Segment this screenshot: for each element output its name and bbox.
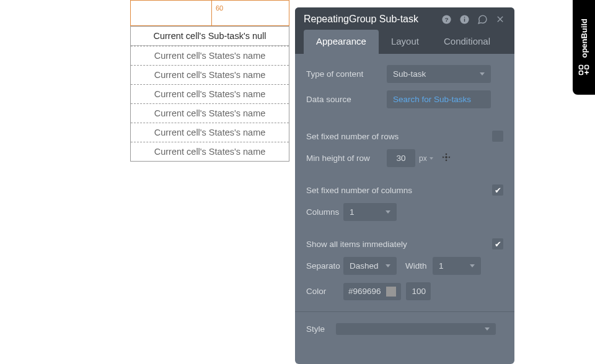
- chevron-down-icon: [386, 210, 390, 214]
- color-label: Color: [306, 287, 343, 296]
- color-hex-value: #969696: [348, 287, 381, 296]
- repeating-group-cell[interactable]: Current cell's States's name: [131, 123, 289, 142]
- show-all-checkbox[interactable]: [492, 238, 503, 249]
- repeating-group-first-cell[interactable]: Current cell's Sub-task's null: [131, 27, 289, 46]
- close-icon[interactable]: [495, 14, 506, 25]
- min-height-label: Min height of row: [306, 154, 387, 163]
- data-source-value: Search for Sub-tasks: [393, 95, 471, 104]
- separator-label: Separato: [306, 261, 343, 271]
- selected-container-outline[interactable]: 60: [130, 0, 289, 26]
- right-sidebar[interactable]: openBuild: [573, 0, 595, 95]
- fixed-rows-checkbox[interactable]: [492, 131, 503, 142]
- svg-point-5: [446, 157, 447, 158]
- columns-value: 1: [350, 207, 355, 217]
- tab-appearance[interactable]: Appearance: [304, 30, 379, 54]
- show-all-label: Show all items immediately: [306, 240, 492, 249]
- type-of-content-dropdown[interactable]: Sub-task: [387, 65, 491, 83]
- fixed-cols-checkbox[interactable]: [492, 184, 503, 196]
- columns-label: Columns: [306, 207, 343, 217]
- svg-rect-6: [580, 66, 583, 69]
- editor-canvas[interactable]: 60 Current cell's Sub-task's null Curren…: [130, 0, 289, 162]
- sidebar-brand-label: openBuild: [580, 19, 589, 58]
- color-swatch[interactable]: [386, 287, 396, 297]
- separator-value: Dashed: [350, 261, 379, 271]
- style-dropdown[interactable]: [336, 323, 496, 335]
- property-editor-panel: RepeatingGroup Sub-task ? Appearance Lay…: [295, 7, 514, 364]
- panel-body: Type of content Sub-task Data source Sea…: [295, 54, 514, 353]
- panel-header: RepeatingGroup Sub-task ? Appearance Lay…: [295, 7, 514, 54]
- ruler-measurement: 60: [216, 4, 223, 12]
- repeating-group-cell[interactable]: Current cell's States's name: [131, 103, 289, 123]
- columns-dropdown[interactable]: 1: [343, 203, 397, 221]
- chevron-down-icon: [480, 72, 485, 76]
- help-icon[interactable]: ?: [441, 14, 452, 25]
- tab-layout[interactable]: Layout: [379, 30, 431, 54]
- fixed-rows-label: Set fixed number of rows: [306, 132, 492, 141]
- color-hex-field[interactable]: #969696: [343, 283, 401, 300]
- panel-tabs: Appearance Layout Conditional: [304, 30, 506, 54]
- chevron-down-icon: [386, 264, 390, 267]
- panel-title: RepeatingGroup Sub-task: [304, 14, 418, 25]
- repeating-group-cell[interactable]: Current cell's States's name: [131, 46, 289, 65]
- app-grid-icon[interactable]: [578, 64, 590, 76]
- style-label: Style: [306, 324, 336, 334]
- color-opacity-input[interactable]: 100: [406, 282, 431, 300]
- width-dropdown[interactable]: 1: [433, 257, 481, 275]
- svg-rect-8: [580, 71, 583, 75]
- width-value: 1: [439, 261, 444, 271]
- chevron-down-icon: [470, 264, 475, 267]
- tab-conditional[interactable]: Conditional: [431, 30, 503, 54]
- data-source-label: Data source: [306, 95, 387, 104]
- repeating-group-preview[interactable]: Current cell's Sub-task's null Current c…: [130, 26, 289, 162]
- move-handle-icon[interactable]: [442, 153, 451, 163]
- repeating-group-cell[interactable]: Current cell's States's name: [131, 65, 289, 84]
- repeating-group-cell[interactable]: Current cell's States's name: [131, 142, 289, 161]
- svg-rect-4: [464, 17, 464, 17]
- width-label: Width: [405, 261, 433, 271]
- fixed-cols-label: Set fixed number of columns: [306, 186, 492, 195]
- data-source-field[interactable]: Search for Sub-tasks: [387, 90, 491, 108]
- chevron-down-icon: [430, 157, 433, 160]
- type-of-content-value: Sub-task: [393, 69, 426, 79]
- type-of-content-label: Type of content: [306, 69, 387, 79]
- repeating-group-cell[interactable]: Current cell's States's name: [131, 84, 289, 103]
- section-divider: [295, 311, 514, 312]
- svg-rect-7: [585, 66, 589, 69]
- chevron-down-icon: [485, 327, 490, 331]
- svg-text:?: ?: [444, 16, 448, 23]
- svg-rect-3: [464, 19, 464, 22]
- column-divider: [211, 1, 212, 25]
- min-height-input[interactable]: 30: [387, 149, 415, 167]
- min-height-unit-dropdown[interactable]: px: [419, 154, 433, 163]
- comment-icon[interactable]: [477, 14, 488, 25]
- info-icon[interactable]: [459, 14, 470, 25]
- separator-dropdown[interactable]: Dashed: [343, 257, 397, 275]
